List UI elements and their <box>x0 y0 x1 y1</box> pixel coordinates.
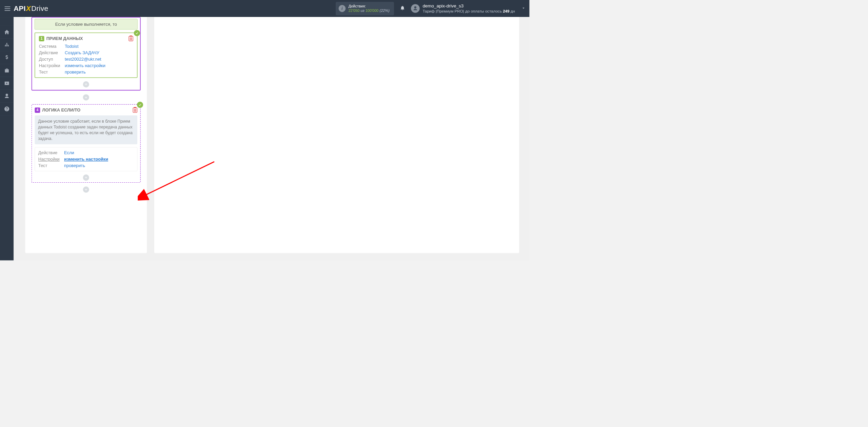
sidebar-home-icon[interactable] <box>0 26 14 39</box>
logic-block-container: 4 ЛОГИКА ЕСЛИ/ТО ||| Данное условие сраб… <box>32 104 141 183</box>
label-system: Система <box>39 44 65 49</box>
delete-icon[interactable]: ||| <box>129 36 133 41</box>
menu-toggle-icon[interactable] <box>2 4 12 13</box>
link-settings[interactable]: изменить настройки <box>65 63 133 68</box>
sidebar-briefcase-icon[interactable] <box>0 64 14 77</box>
bell-icon[interactable] <box>400 5 405 12</box>
add-step-button[interactable]: + <box>83 81 89 87</box>
chevron-down-icon[interactable] <box>515 6 526 11</box>
add-step-button[interactable]: + <box>83 175 89 181</box>
condition-banner: Если условие выполняется, то <box>35 19 138 30</box>
label-action: Действие <box>38 150 64 155</box>
step-title: ПРИЕМ ДАННЫХ <box>46 36 83 41</box>
add-branch-button[interactable]: + <box>83 94 89 100</box>
actions-counter[interactable]: i Действия: 22'050 из 100'000 (22%) <box>336 2 394 15</box>
user-tariff-line: Тариф |Премиум PRO| до оплаты осталось 2… <box>422 9 515 14</box>
main-area: Если условие выполняется, то 1 ПРИЕМ ДАН… <box>14 17 529 261</box>
link-access[interactable]: test20022@ukr.net <box>65 57 133 62</box>
link-test[interactable]: проверить <box>65 69 133 75</box>
actions-value: 22'050 из 100'000 (22%) <box>349 8 390 13</box>
step-title: ЛОГИКА ЕСЛИ/ТО <box>42 108 80 113</box>
workflow-panel: Если условие выполняется, то 1 ПРИЕМ ДАН… <box>25 17 147 253</box>
delete-icon[interactable]: ||| <box>133 108 137 113</box>
sidebar-profile-icon[interactable] <box>0 90 14 103</box>
sidebar-billing-icon[interactable] <box>0 51 14 64</box>
label-test: Тест <box>38 163 64 168</box>
label-access: Доступ <box>39 57 65 62</box>
link-test[interactable]: проверить <box>64 163 134 168</box>
logic-card-header: 4 ЛОГИКА ЕСЛИ/ТО ||| <box>35 107 137 113</box>
step-number-badge: 4 <box>35 107 40 113</box>
step-card-header: 1 ПРИЕМ ДАННЫХ ||| <box>39 36 133 41</box>
sidebar-video-icon[interactable] <box>0 77 14 90</box>
check-icon <box>134 30 140 36</box>
logo[interactable]: API X Drive <box>14 4 48 13</box>
sidebar-help-icon[interactable] <box>0 103 14 116</box>
step-card-receive: 1 ПРИЕМ ДАННЫХ ||| Система Todoist Дейст… <box>35 33 138 78</box>
add-branch-button[interactable]: + <box>83 186 89 192</box>
label-settings: Настройки <box>38 157 64 162</box>
logo-text-api: API <box>14 4 25 13</box>
check-icon <box>137 102 143 108</box>
sidebar <box>0 17 14 261</box>
workflow-branch-container: Если условие выполняется, то 1 ПРИЕМ ДАН… <box>32 17 141 90</box>
label-settings: Настройки <box>39 63 65 68</box>
link-system[interactable]: Todoist <box>65 44 133 49</box>
sidebar-connections-icon[interactable] <box>0 38 14 51</box>
user-block[interactable]: demo_apix-drive_s3 Тариф |Премиум PRO| д… <box>422 3 515 14</box>
actions-label: Действия: <box>349 4 390 8</box>
label-action: Действие <box>39 50 65 55</box>
user-name: demo_apix-drive_s3 <box>422 3 515 9</box>
logo-text-drive: Drive <box>31 4 48 13</box>
content-panel <box>154 17 519 253</box>
label-test: Тест <box>39 69 65 75</box>
step-details: Система Todoist Действие Создать ЗАДАЧУ … <box>39 44 133 74</box>
link-settings-highlighted[interactable]: изменить настройки <box>64 157 134 162</box>
logo-text-x: X <box>26 4 31 13</box>
avatar-icon[interactable] <box>411 4 420 13</box>
link-action[interactable]: Если <box>64 150 134 155</box>
link-action[interactable]: Создать ЗАДАЧУ <box>65 50 133 55</box>
logic-details-box: Действие Если Настройки изменить настрой… <box>35 147 137 171</box>
info-icon: i <box>338 5 346 12</box>
topbar: API X Drive i Действия: 22'050 из 100'00… <box>0 0 530 17</box>
logic-description: Данное условие сработает, если в блоке П… <box>35 115 137 144</box>
step-number-badge: 1 <box>39 36 44 41</box>
